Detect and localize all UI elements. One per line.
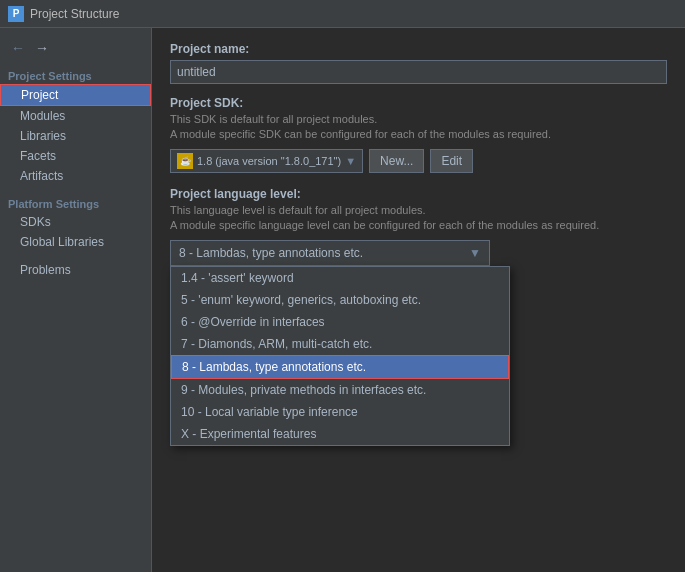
- project-name-input[interactable]: [170, 60, 667, 84]
- project-language-level-title: Project language level:: [170, 187, 667, 201]
- dropdown-item-8[interactable]: 8 - Lambdas, type annotations etc.: [171, 355, 509, 379]
- java-icon: ☕: [177, 153, 193, 169]
- project-settings-label: Project Settings: [0, 66, 151, 84]
- sdk-new-button[interactable]: New...: [369, 149, 424, 173]
- sdk-edit-button[interactable]: Edit: [430, 149, 473, 173]
- sidebar-item-modules[interactable]: Modules: [0, 106, 151, 126]
- title-bar: P Project Structure: [0, 0, 685, 28]
- sdk-dropdown-arrow-icon: ▼: [345, 155, 356, 167]
- project-name-label: Project name:: [170, 42, 667, 56]
- main-layout: ← → Project Settings Project Modules Lib…: [0, 28, 685, 572]
- sidebar: ← → Project Settings Project Modules Lib…: [0, 28, 152, 572]
- title-bar-text: Project Structure: [30, 7, 119, 21]
- nav-toolbar: ← →: [0, 34, 151, 66]
- language-level-dropdown-arrow-icon: ▼: [469, 246, 481, 260]
- sdk-select[interactable]: ☕ 1.8 (java version "1.8.0_171") ▼: [170, 149, 363, 173]
- sidebar-item-libraries[interactable]: Libraries: [0, 126, 151, 146]
- sidebar-item-project[interactable]: Project: [0, 84, 151, 106]
- sdk-row: ☕ 1.8 (java version "1.8.0_171") ▼ New..…: [170, 149, 667, 173]
- sidebar-item-problems[interactable]: Problems: [0, 260, 151, 280]
- dropdown-item-7[interactable]: 7 - Diamonds, ARM, multi-catch etc.: [171, 333, 509, 355]
- dropdown-item-5[interactable]: 5 - 'enum' keyword, generics, autoboxing…: [171, 289, 509, 311]
- sidebar-item-sdks[interactable]: SDKs: [0, 212, 151, 232]
- sidebar-item-facets[interactable]: Facets: [0, 146, 151, 166]
- platform-settings-label: Platform Settings: [0, 194, 151, 212]
- app-icon: P: [8, 6, 24, 22]
- dropdown-item-9[interactable]: 9 - Modules, private methods in interfac…: [171, 379, 509, 401]
- nav-forward-button[interactable]: →: [32, 38, 52, 58]
- sidebar-item-global-libraries[interactable]: Global Libraries: [0, 232, 151, 252]
- language-level-wrapper: 8 - Lambdas, type annotations etc. ▼ 1.4…: [170, 240, 667, 266]
- project-sdk-title: Project SDK:: [170, 96, 667, 110]
- dropdown-item-10[interactable]: 10 - Local variable type inference: [171, 401, 509, 423]
- dropdown-item-X[interactable]: X - Experimental features: [171, 423, 509, 445]
- language-level-dropdown: 1.4 - 'assert' keyword 5 - 'enum' keywor…: [170, 266, 510, 446]
- dropdown-item-1.4[interactable]: 1.4 - 'assert' keyword: [171, 267, 509, 289]
- project-sdk-desc: This SDK is default for all project modu…: [170, 112, 667, 143]
- nav-back-button[interactable]: ←: [8, 38, 28, 58]
- content-area: Project name: Project SDK: This SDK is d…: [152, 28, 685, 572]
- language-level-select[interactable]: 8 - Lambdas, type annotations etc. ▼: [170, 240, 490, 266]
- project-language-level-desc: This language level is default for all p…: [170, 203, 667, 234]
- problems-section: Problems: [0, 260, 151, 280]
- sidebar-item-artifacts[interactable]: Artifacts: [0, 166, 151, 186]
- dropdown-item-6[interactable]: 6 - @Override in interfaces: [171, 311, 509, 333]
